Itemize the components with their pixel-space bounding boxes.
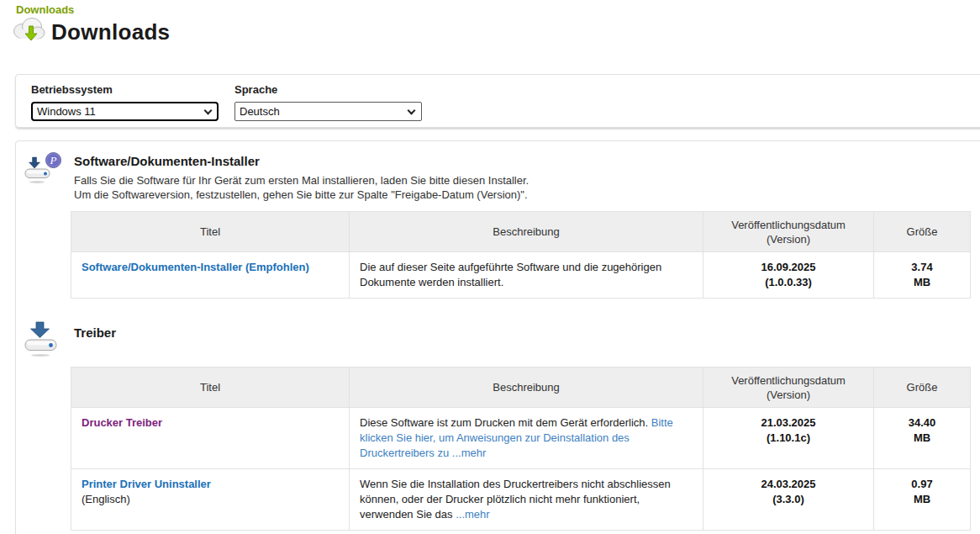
downloads-cloud-icon	[11, 15, 46, 49]
uninstaller-download-link[interactable]: Printer Driver Uninstaller	[82, 478, 211, 490]
breadcrumb[interactable]: Downloads	[16, 3, 74, 16]
os-select[interactable]: Windows 11	[31, 102, 219, 121]
language-select[interactable]: Deutsch	[234, 102, 422, 121]
column-header-groesse: Größe	[874, 367, 971, 408]
download-size-cell: 3.74 MB	[874, 252, 971, 299]
treiber-table: Titel Beschreibung Veröffentlichungsdatu…	[71, 367, 971, 531]
download-title-cell: Drucker Treiber	[71, 408, 350, 469]
filter-group-os: Betriebssystem Windows 11	[31, 83, 219, 127]
installer-table: Titel Beschreibung Veröffentlichungsdatu…	[71, 211, 971, 299]
language-filter-label: Sprache	[234, 83, 422, 96]
column-header-beschreibung: Beschreibung	[350, 212, 703, 252]
column-header-titel: Titel	[71, 367, 350, 408]
driver-download-icon	[24, 320, 59, 362]
description-text: Wenn Sie die Installation des Druckertre…	[360, 478, 671, 521]
download-description-cell: Diese Software ist zum Drucken mit dem G…	[350, 408, 703, 469]
column-header-datum: Veröffentlichungsdatum (Version)	[703, 212, 874, 252]
table-header-row: Titel Beschreibung Veröffentlichungsdatu…	[71, 367, 971, 408]
section-title-installer: Software/Dokumenten-Installer	[74, 154, 260, 168]
installer-icon: P	[24, 151, 62, 189]
language-note: (Englisch)	[82, 492, 339, 507]
download-description-cell: Wenn Sie die Installation des Druckertre…	[350, 469, 703, 531]
table-row: Drucker Treiber Diese Software ist zum D…	[71, 408, 971, 469]
drucker-treiber-link[interactable]: Drucker Treiber	[82, 416, 162, 429]
column-header-groesse: Größe	[874, 212, 971, 252]
download-description-cell: Die auf dieser Seite aufgeführte Softwar…	[350, 252, 703, 299]
section-description-line2: Um die Softwareversion, festzustellen, g…	[74, 188, 529, 202]
mehr-link[interactable]: ...mehr	[452, 446, 486, 461]
installer-download-link[interactable]: Software/Dokumenten-Installer (Empfohlen…	[82, 261, 309, 273]
table-row: Printer Driver Uninstaller (Englisch) We…	[71, 469, 971, 531]
column-header-beschreibung: Beschreibung	[350, 367, 703, 408]
mehr-link[interactable]: ...mehr	[456, 507, 489, 522]
section-description-line1: Falls Sie die Software für Ihr Gerät zum…	[74, 173, 529, 188]
column-header-datum: Veröffentlichungsdatum (Version)	[703, 367, 874, 408]
description-text: Diese Software ist zum Drucken mit dem G…	[360, 416, 651, 429]
download-size-cell: 0.97 MB	[874, 469, 971, 531]
column-header-titel: Titel	[71, 212, 350, 252]
svg-text:P: P	[50, 154, 57, 167]
content-panel: P Software/Dokumenten-Installer Falls Si…	[15, 140, 980, 534]
filter-group-language: Sprache Deutsch	[234, 83, 422, 127]
table-row: Software/Dokumenten-Installer (Empfohlen…	[71, 252, 971, 299]
download-title-cell: Software/Dokumenten-Installer (Empfohlen…	[71, 252, 350, 299]
section-description: Falls Sie die Software für Ihr Gerät zum…	[74, 173, 529, 202]
page-title: Downloads	[51, 19, 170, 45]
download-date-cell: 16.09.2025 (1.0.0.33)	[703, 252, 874, 299]
page-header: Downloads	[11, 15, 170, 49]
download-date-cell: 24.03.2025 (3.3.0)	[703, 469, 874, 531]
filter-panel: Betriebssystem Windows 11 Sprache Deutsc…	[15, 74, 980, 128]
download-date-cell: 21.03.2025 (1.10.1c)	[703, 408, 874, 469]
os-filter-label: Betriebssystem	[31, 83, 219, 96]
download-title-cell: Printer Driver Uninstaller (Englisch)	[71, 469, 350, 531]
table-header-row: Titel Beschreibung Veröffentlichungsdatu…	[71, 212, 971, 252]
section-title-treiber: Treiber	[74, 325, 116, 340]
download-size-cell: 34.40 MB	[874, 408, 971, 469]
